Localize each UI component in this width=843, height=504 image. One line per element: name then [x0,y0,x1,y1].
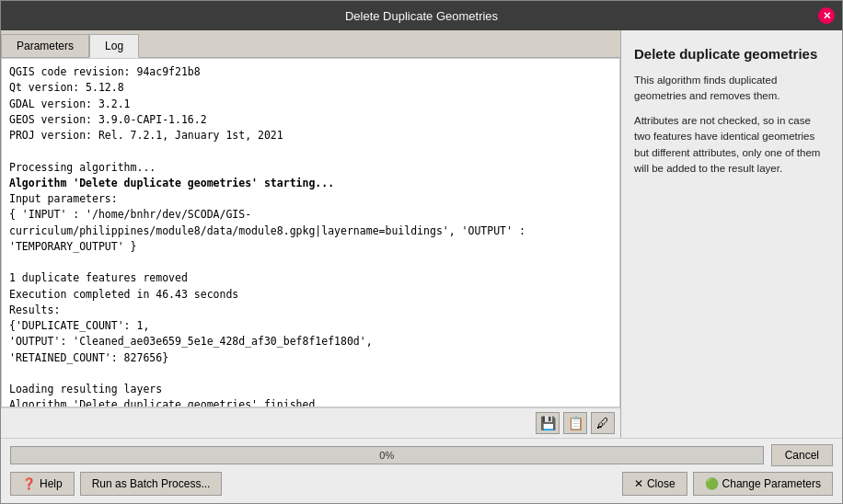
help-button[interactable]: ❓ Help [10,472,75,496]
change-parameters-button[interactable]: 🟢 Change Parameters [693,472,833,496]
dialog-title: Delete Duplicate Geometries [345,9,498,23]
action-left: ❓ Help Run as Batch Process... [10,472,222,496]
right-panel-heading: Delete duplicate geometries [634,45,829,63]
help-icon: ❓ [22,477,36,490]
title-bar: Delete Duplicate Geometries ✕ [1,1,842,30]
cancel-button[interactable]: Cancel [771,444,833,466]
log-output: QGIS code revision: 94ac9f21b8 Qt versio… [1,58,620,407]
close-button[interactable]: ✕ Close [622,472,687,496]
action-right: ✕ Close 🟢 Change Parameters [622,472,833,496]
progress-bar-container: 0% [10,446,764,464]
right-panel: Delete duplicate geometries This algorit… [621,30,842,438]
batch-process-button[interactable]: Run as Batch Process... [80,472,223,496]
log-toolbar: 💾 📋 🖊 [1,407,620,438]
right-panel-paragraph1: This algorithm finds duplicated geometri… [634,73,829,105]
right-panel-paragraph2: Attributes are not checked, so in case t… [634,113,829,177]
clear-log-button[interactable]: 🖊 [591,412,615,434]
window-close-button[interactable]: ✕ [818,7,835,24]
tabs-bar: Parameters Log [1,30,620,58]
copy-log-button[interactable]: 📋 [563,412,587,434]
main-content: Parameters Log QGIS code revision: 94ac9… [1,30,842,438]
save-log-button[interactable]: 💾 [536,412,560,434]
left-panel: Parameters Log QGIS code revision: 94ac9… [1,30,621,438]
tab-log[interactable]: Log [89,34,139,58]
close-icon: ✕ [634,477,643,490]
progress-label: 0% [379,450,394,461]
settings-icon: 🟢 [705,477,719,490]
tab-parameters[interactable]: Parameters [1,34,89,57]
bottom-bar: 0% Cancel ❓ Help Run as Batch Process...… [1,438,842,503]
progress-row: 0% Cancel [10,444,833,466]
dialog: Delete Duplicate Geometries ✕ Parameters… [0,0,843,504]
action-row: ❓ Help Run as Batch Process... ✕ Close 🟢… [10,472,833,496]
